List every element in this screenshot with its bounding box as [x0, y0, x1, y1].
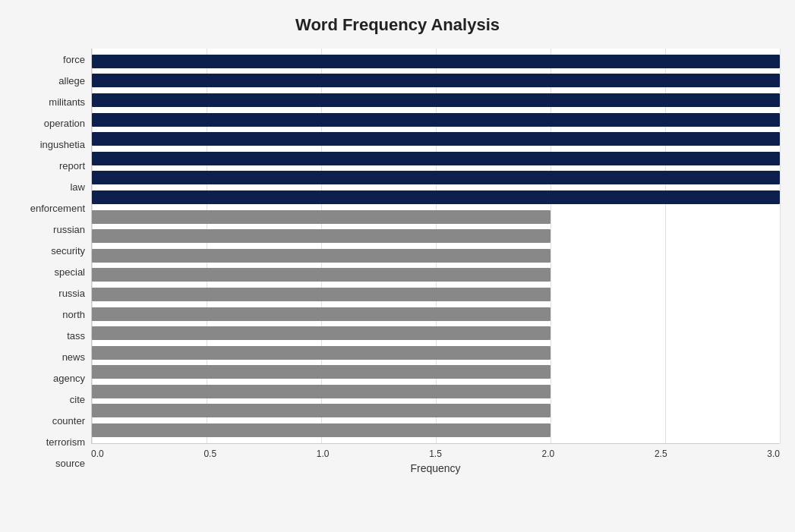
bar: [92, 152, 780, 165]
y-label: news: [15, 352, 85, 362]
y-label: report: [15, 161, 85, 171]
bar: [92, 307, 551, 321]
bar: [92, 132, 780, 146]
y-label: north: [15, 310, 85, 320]
bar-row: [92, 53, 780, 70]
bar-row: [92, 131, 780, 147]
bar-row: [92, 228, 780, 244]
bar-row: [92, 72, 780, 89]
bars-area: [91, 49, 780, 444]
bar: [92, 171, 780, 184]
bar-row: [92, 112, 780, 128]
y-label: russian: [15, 225, 85, 235]
bar: [92, 55, 780, 68]
bar: [92, 229, 551, 243]
bar: [92, 404, 551, 417]
y-label: operation: [15, 118, 85, 128]
grid-line: [780, 49, 781, 443]
y-label: agency: [15, 373, 85, 383]
bar-row: [92, 422, 780, 439]
bar-row: [92, 325, 780, 342]
y-label: security: [15, 246, 85, 256]
bar: [92, 288, 551, 301]
bar-row: [92, 266, 780, 283]
x-tick: 1.5: [429, 449, 442, 459]
y-label: ingushetia: [15, 140, 85, 150]
x-tick: 2.5: [655, 449, 667, 459]
bar: [92, 93, 780, 107]
x-tick: 0.0: [91, 449, 104, 459]
bar-row: [92, 247, 780, 264]
chart-area: forceallegemilitantsoperationingushetiar…: [15, 49, 780, 474]
y-label: tass: [15, 331, 85, 341]
bar: [92, 423, 551, 437]
y-label: militants: [15, 97, 85, 107]
y-labels: forceallegemilitantsoperationingushetiar…: [15, 49, 91, 474]
y-label: allege: [15, 76, 85, 86]
bar-row: [92, 150, 780, 167]
bar-row: [92, 286, 780, 303]
x-axis-label: Frequency: [91, 462, 780, 474]
bar-row: [92, 345, 780, 361]
bar: [92, 268, 551, 282]
x-tick: 3.0: [767, 449, 780, 459]
x-tick: 2.0: [542, 449, 555, 459]
bar-row: [92, 402, 780, 419]
bar-row: [92, 189, 780, 206]
y-label: terrorism: [15, 437, 85, 447]
bar-row: [92, 383, 780, 400]
x-axis: 0.00.51.01.52.02.53.0: [91, 444, 780, 461]
bar-row: [92, 92, 780, 109]
bars-inner: [92, 49, 780, 443]
bar: [92, 74, 780, 87]
y-label: cite: [15, 395, 85, 405]
x-tick: 0.5: [203, 449, 216, 459]
bar: [92, 326, 551, 340]
y-label: enforcement: [15, 203, 85, 213]
bar: [92, 346, 551, 360]
y-label: force: [15, 55, 85, 65]
bar: [92, 210, 551, 224]
x-tick: 1.0: [317, 449, 330, 459]
bar-row: [92, 169, 780, 186]
y-label: law: [15, 182, 85, 192]
bar-row: [92, 306, 780, 323]
y-label: counter: [15, 416, 85, 426]
bar: [92, 385, 551, 398]
bar-row: [92, 364, 780, 380]
bar: [92, 190, 780, 204]
bar: [92, 365, 551, 379]
bar: [92, 249, 551, 263]
bar: [92, 113, 780, 127]
bar-row: [92, 209, 780, 225]
y-label: russia: [15, 288, 85, 298]
y-label: special: [15, 267, 85, 277]
bars-and-xaxis: 0.00.51.01.52.02.53.0 Frequency: [91, 49, 780, 474]
chart-title: Word Frequency Analysis: [15, 15, 780, 35]
chart-container: Word Frequency Analysis forceallegemilit…: [0, 0, 795, 532]
y-label: source: [15, 458, 85, 468]
